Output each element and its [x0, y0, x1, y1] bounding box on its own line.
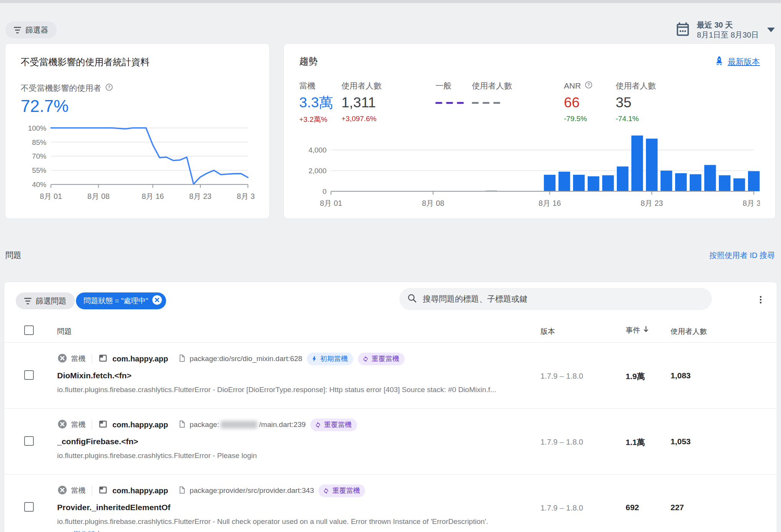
svg-text:100%: 100%: [28, 124, 46, 132]
issue-user-count: 1,053: [671, 437, 691, 446]
trend-stat-delta: [472, 115, 564, 124]
svg-text:8月 08: 8月 08: [87, 192, 110, 200]
crash-free-users-card: 不受當機影響的使用者統計資料 不受當機影響的使用者 ? 72.7% 40%55%…: [5, 43, 270, 219]
trend-stat-label: 使用者人數: [472, 80, 512, 91]
trend-stat-value: [472, 93, 564, 112]
svg-text:8月 01: 8月 01: [320, 199, 342, 207]
help-icon[interactable]: ?: [585, 81, 593, 89]
svg-text:8月 16: 8月 16: [539, 199, 561, 207]
trend-stat-delta: [435, 115, 472, 124]
issue-title-link[interactable]: DioMixin.fetch.<fn>: [57, 370, 777, 381]
trend-stat-delta: -79.5%: [564, 115, 616, 124]
app-window-icon: [98, 419, 108, 429]
trend-stat-1: 使用者人數1,311+3,097.6%: [341, 81, 435, 124]
sort-desc-icon: [642, 325, 650, 335]
filters-button[interactable]: 篩選器: [5, 21, 57, 38]
top-toolbar: 篩選器 最近 30 天 8月1日至 8月30日: [5, 19, 775, 41]
file-icon: [178, 486, 186, 494]
help-icon[interactable]: ?: [105, 83, 113, 93]
trend-stat-value: 1,311: [341, 93, 435, 112]
issue-title-link[interactable]: _configFirebase.<fn>: [57, 436, 777, 447]
search-by-user-id-link[interactable]: 按照使用者 ID 搜尋: [709, 250, 775, 261]
trend-stat-value: 35: [616, 93, 673, 112]
trend-stat-label: 使用者人數: [341, 80, 382, 91]
select-all-checkbox[interactable]: [24, 325, 34, 335]
issues-table-card: 篩選問題 問題狀態 = "處理中" 問題 版本 事件 使用者人數: [4, 282, 777, 532]
svg-text:70%: 70%: [32, 152, 46, 160]
issue-subtitle: io.flutter.plugins.firebase.crashlytics.…: [57, 517, 540, 527]
filter-issues-label: 篩選問題: [36, 296, 66, 306]
svg-text:40%: 40%: [32, 181, 46, 189]
issue-app-name: com.happy.app: [112, 486, 168, 495]
issue-badge: 重覆當機: [358, 353, 405, 365]
filter-icon: [24, 298, 31, 304]
trends-bar-chart: 02,0004,0008月 018月 088月 168月 238月 30: [299, 131, 760, 209]
file-icon: [178, 420, 186, 428]
issue-event-count: 1.9萬: [626, 371, 645, 382]
app-window-icon: [98, 353, 108, 363]
file-icon: [178, 354, 186, 362]
svg-text:?: ?: [588, 82, 590, 87]
column-header-issue: 問題: [57, 327, 72, 337]
issue-versions: 1.7.9 – 1.8.0: [540, 372, 583, 381]
repeat-icon: [315, 421, 321, 428]
issue-row-checkbox[interactable]: [24, 370, 34, 380]
latest-release-label: 最新版本: [728, 56, 760, 67]
issues-section-title: 問題: [5, 250, 21, 261]
column-header-events[interactable]: 事件: [626, 325, 650, 335]
issue-app-name: com.happy.app: [112, 420, 168, 429]
trends-stats: 當機3.3萬+3.2萬%使用者人數1,311+3,097.6%一般使用者人數AN…: [299, 81, 760, 124]
svg-text:8月 30: 8月 30: [237, 192, 255, 200]
column-header-versions[interactable]: 版本: [540, 327, 555, 337]
issue-user-count: 1,083: [671, 371, 691, 380]
issue-state-filter-chip[interactable]: 問題狀態 = "處理中": [76, 292, 166, 309]
issue-type-label: 當機: [71, 354, 86, 364]
issue-state-chip-label: 問題狀態 = "處理中": [84, 296, 148, 306]
crash-free-metric-value: 72.7%: [21, 97, 254, 116]
filter-issues-button[interactable]: 篩選問題: [16, 292, 75, 309]
svg-text:0: 0: [323, 187, 326, 195]
issue-subtitle: io.flutter.plugins.firebase.crashlytics.…: [57, 385, 540, 395]
date-range-subtitle: 8月1日至 8月30日: [697, 30, 759, 40]
repeat-icon: [323, 487, 330, 494]
app-window-icon: [98, 485, 108, 495]
column-header-users[interactable]: 使用者人數: [671, 327, 707, 337]
crash-free-trend-chart: 40%55%70%85%100%8月 018月 088月 168月 238月 3…: [21, 123, 254, 201]
issue-variants-link[interactable]: 2 變化版本: [57, 530, 102, 532]
date-range-selector[interactable]: 最近 30 天 8月1日至 8月30日: [675, 20, 775, 40]
more-options-icon[interactable]: [752, 291, 769, 308]
trend-stat-3: 使用者人數: [472, 81, 564, 124]
summary-cards: 不受當機影響的使用者統計資料 不受當機影響的使用者 ? 72.7% 40%55%…: [5, 43, 776, 219]
issue-subtitle: io.flutter.plugins.firebase.crashlytics.…: [57, 451, 540, 461]
issue-event-count: 1.1萬: [626, 437, 645, 448]
issue-row[interactable]: 當機com.happy.apppackage:/main.dart:239重覆當…: [4, 409, 777, 475]
issues-search-box[interactable]: [399, 288, 712, 310]
trend-stat-value: [435, 93, 472, 112]
trend-stat-label: ANR: [564, 81, 581, 90]
trend-stat-label: 當機: [299, 80, 315, 91]
issue-type-label: 當機: [71, 486, 86, 496]
issue-versions: 1.7.9 – 1.8.0: [540, 438, 583, 447]
trend-stat-5: 使用者人數35-74.1%: [616, 81, 673, 124]
trend-stat-label: 一般: [435, 80, 451, 91]
issue-source-path: package:dio/src/dio_mixin.dart:628: [189, 355, 302, 363]
issue-row[interactable]: 當機com.happy.apppackage:dio/src/dio_mixin…: [4, 343, 777, 409]
top-edge-strip: [0, 0, 781, 3]
repeat-icon: [362, 355, 369, 362]
issue-row[interactable]: 當機com.happy.apppackage:provider/src/prov…: [4, 475, 777, 532]
trend-stat-4: ANR?66-79.5%: [564, 81, 616, 124]
column-header-events-label: 事件: [626, 325, 640, 335]
issues-search-input[interactable]: [423, 294, 704, 304]
chevron-down-icon: [767, 28, 775, 32]
latest-release-link[interactable]: 最新版本: [714, 55, 760, 68]
bolt-icon: [311, 356, 318, 362]
chip-close-icon[interactable]: [152, 295, 162, 307]
issue-title-link[interactable]: Provider._inheritedElementOf: [57, 502, 777, 513]
issue-source-path: package:provider/src/provider.dart:343: [189, 486, 314, 495]
issue-event-count: 692: [626, 503, 639, 512]
svg-text:8月 23: 8月 23: [189, 192, 211, 200]
trend-stat-delta: -74.1%: [616, 115, 673, 124]
issue-row-checkbox[interactable]: [24, 502, 34, 512]
svg-text:85%: 85%: [32, 138, 46, 146]
issue-row-checkbox[interactable]: [24, 436, 34, 446]
